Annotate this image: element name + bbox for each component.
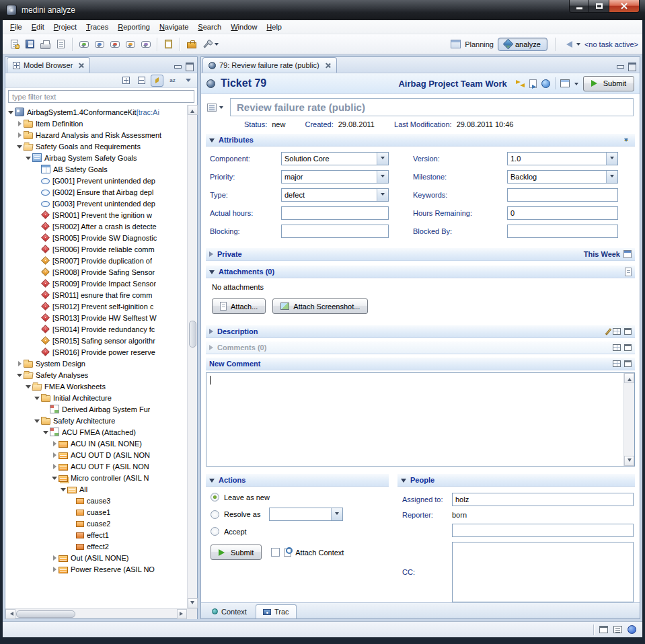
comment-scroll-down-button[interactable] bbox=[624, 456, 634, 466]
tree-item[interactable]: [SR012] Prevent self-iginition c bbox=[5, 300, 187, 312]
actions-section-header[interactable]: Actions bbox=[206, 473, 389, 487]
twisty-open-icon[interactable] bbox=[42, 429, 49, 436]
attr-field-version[interactable]: 1.0 bbox=[507, 152, 618, 165]
attr-field-component[interactable]: Solution Core bbox=[281, 152, 389, 165]
menu-window[interactable]: Window bbox=[226, 22, 262, 32]
refresh-attributes-icon[interactable] bbox=[623, 136, 632, 144]
scroll-down-button[interactable] bbox=[188, 598, 198, 608]
tree-item[interactable]: Item Definition bbox=[5, 118, 187, 129]
ticket-editor-tab[interactable]: 79: Review failure rate (public) bbox=[202, 57, 337, 73]
title-menu-icon[interactable] bbox=[207, 104, 217, 112]
minimize-panel-icon[interactable] bbox=[173, 62, 182, 70]
filter-input[interactable] bbox=[8, 90, 194, 103]
tools-button[interactable] bbox=[199, 36, 215, 52]
scroll-up-button[interactable] bbox=[188, 105, 198, 115]
minimize-editor-icon[interactable] bbox=[615, 62, 625, 70]
tree-item[interactable]: ACU IN (ASIL NONE) bbox=[5, 438, 187, 449]
tree-vertical-scrollbar[interactable] bbox=[187, 105, 197, 608]
save-button[interactable] bbox=[22, 36, 38, 52]
scroll-right-button[interactable] bbox=[177, 609, 187, 619]
section-expanded-icon[interactable] bbox=[209, 479, 215, 483]
twisty-open-icon[interactable] bbox=[16, 143, 23, 150]
tab-context[interactable]: Context bbox=[205, 604, 254, 618]
menu-traces[interactable]: Traces bbox=[81, 22, 113, 32]
attr-field-milestone[interactable]: Backlog bbox=[507, 170, 618, 184]
layout-icon[interactable] bbox=[560, 79, 570, 87]
tree-item[interactable]: cuase1 bbox=[5, 506, 187, 518]
collapse-all-button[interactable] bbox=[135, 75, 148, 87]
description-section-header[interactable]: Description bbox=[206, 325, 635, 338]
twisty-open-icon[interactable] bbox=[7, 109, 14, 116]
ticket-tab-close-icon[interactable] bbox=[325, 63, 331, 69]
twisty-closed-icon[interactable] bbox=[51, 566, 58, 573]
open-perspective-icon[interactable] bbox=[451, 40, 461, 48]
open-in-browser-icon[interactable] bbox=[529, 79, 537, 88]
tree-item[interactable]: Safety Architecture bbox=[5, 415, 187, 426]
tree-item[interactable]: [SR014] Provide redundancy fc bbox=[5, 323, 187, 335]
resolve-as-dropdown-button[interactable] bbox=[331, 508, 342, 520]
twisty-closed-icon[interactable] bbox=[16, 360, 23, 367]
people-section-header[interactable]: People bbox=[397, 473, 635, 487]
tree-item[interactable]: [SR011] esnure that fire comm bbox=[5, 289, 187, 300]
tree-item[interactable]: [G003] Prevent unintended dep bbox=[5, 198, 187, 209]
progress-icon[interactable] bbox=[628, 625, 636, 634]
twisty-closed-icon[interactable] bbox=[16, 132, 23, 138]
menu-search[interactable]: Search bbox=[193, 22, 226, 32]
tree-item[interactable]: AB Safety Goals bbox=[5, 163, 187, 175]
model-browser-tab[interactable]: Model Browser bbox=[7, 57, 90, 73]
tree-item[interactable]: Safety Analyses bbox=[5, 369, 187, 380]
tree-item[interactable]: Out (ASIL NONE) bbox=[5, 552, 187, 563]
twisty-closed-icon[interactable] bbox=[51, 555, 58, 561]
tree-item[interactable]: ACU FMEA (Attached) bbox=[5, 426, 187, 438]
tab-trac[interactable]: Trac bbox=[256, 604, 297, 618]
menu-navigate[interactable]: Navigate bbox=[155, 22, 193, 32]
menu-file[interactable]: File bbox=[5, 22, 27, 32]
twisty-open-icon[interactable] bbox=[60, 486, 67, 493]
attr-field-priority-dropdown-button[interactable] bbox=[377, 171, 388, 183]
twisty-open-icon[interactable] bbox=[16, 372, 23, 378]
menu-project[interactable]: Project bbox=[49, 22, 81, 32]
section-collapsed-icon[interactable] bbox=[209, 251, 213, 257]
comments-list-icon[interactable] bbox=[613, 344, 621, 351]
tree-item[interactable]: ACU OUT D (ASIL NON bbox=[5, 449, 187, 460]
this-week-link[interactable]: This Week bbox=[584, 250, 620, 258]
attach-button[interactable]: Attach... bbox=[212, 298, 266, 314]
attach-screenshot-button[interactable]: Attach Screenshot... bbox=[272, 298, 368, 314]
tree-item[interactable]: [SR009] Provide Impact Sensor bbox=[5, 278, 187, 289]
tree-item[interactable]: Derived Airbag System Fur bbox=[5, 403, 187, 415]
comments-section-header[interactable]: Comments (0) bbox=[206, 341, 635, 354]
maximize-panel-icon[interactable] bbox=[184, 62, 194, 70]
tree-item[interactable]: effect2 bbox=[5, 540, 187, 552]
resolve-as-combo[interactable] bbox=[269, 508, 343, 521]
tree-item[interactable]: [SR001] Prevent the ignition w bbox=[5, 209, 187, 220]
attr-field-version-dropdown-button[interactable] bbox=[606, 153, 617, 165]
tree-item[interactable]: [SR016] Provide power reserve bbox=[5, 346, 187, 358]
description-table-icon[interactable] bbox=[613, 328, 621, 335]
tree-item[interactable]: [SR005] Provide SW Diagnostic bbox=[5, 232, 187, 243]
edit-comment-button[interactable] bbox=[91, 36, 107, 52]
attr-field-priority[interactable]: major bbox=[281, 170, 389, 184]
minimize-button[interactable] bbox=[569, 0, 589, 13]
attr-field-blocking[interactable] bbox=[281, 225, 389, 238]
tree-item[interactable]: [SR002] After a crash is detecte bbox=[5, 220, 187, 232]
calendar-icon[interactable] bbox=[623, 250, 632, 258]
tree-item[interactable]: [SR007] Provide duplication of bbox=[5, 255, 187, 266]
paste-button[interactable] bbox=[161, 36, 176, 52]
attr-field-component-dropdown-button[interactable] bbox=[377, 153, 388, 165]
tree-item[interactable]: Power Reserve (ASIL NO bbox=[5, 563, 187, 575]
tree-item[interactable]: cause3 bbox=[5, 495, 187, 506]
maximize-new-comment-icon[interactable] bbox=[624, 360, 632, 367]
submit-button[interactable]: Submit bbox=[211, 545, 262, 560]
new-review-comment-button[interactable] bbox=[76, 36, 91, 52]
tree-item[interactable]: [G002] Ensure that Airbag depl bbox=[5, 186, 187, 198]
maximize-comments-icon[interactable] bbox=[624, 344, 632, 351]
tree-item[interactable]: System Design bbox=[5, 358, 187, 369]
assigned-to-field[interactable]: holz bbox=[452, 493, 634, 506]
attr-field-hoursremaining[interactable]: 0 bbox=[507, 206, 618, 220]
view-menu-button[interactable] bbox=[182, 75, 194, 87]
planning-perspective-button[interactable]: Planning bbox=[465, 40, 494, 48]
tree-horizontal-scrollbar[interactable] bbox=[5, 608, 197, 618]
maximize-editor-icon[interactable] bbox=[627, 62, 636, 70]
analyze-perspective-button[interactable]: analyze bbox=[498, 38, 547, 51]
delete-comment-button[interactable] bbox=[107, 36, 122, 52]
